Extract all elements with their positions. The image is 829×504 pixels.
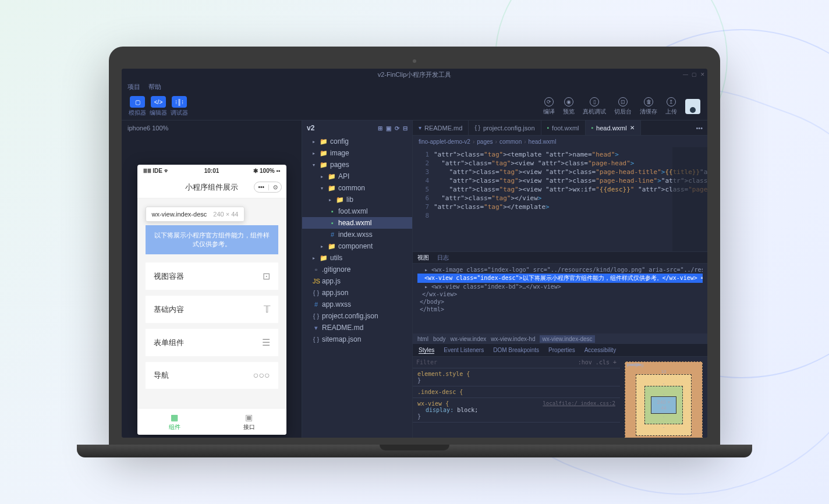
devtools-tab[interactable]: Styles (419, 347, 434, 354)
styles-panel[interactable]: Filter :hov .cls + element.style {}.inde… (413, 357, 620, 438)
file-node[interactable]: JSapp.js (302, 275, 412, 287)
devtools-tab[interactable]: Accessibility (584, 347, 616, 353)
editor-toggle[interactable]: </> (151, 96, 166, 108)
folder-node[interactable]: ▾📁common (302, 182, 412, 194)
tree-root-label[interactable]: v2 ⊞ ▣ ⟳ ⊟ (302, 120, 412, 136)
menu-item[interactable]: 视图容器⊡ (146, 262, 278, 290)
breadcrumb-segment[interactable]: pages (477, 139, 493, 145)
preview-button[interactable]: ◉预览 (563, 97, 575, 116)
file-node[interactable]: { }sitemap.json (302, 333, 412, 345)
editor-column: ▾README.md{ }project.config.json▪foot.wx… (413, 120, 707, 438)
style-rule[interactable]: wx-view {localfile:/_index.css:2display:… (413, 398, 620, 423)
upload-icon: ↥ (667, 97, 676, 107)
menu-item[interactable]: 表单组件☰ (146, 329, 278, 356)
filter-toggles[interactable]: :hov .cls + (578, 359, 617, 365)
devtools-tab[interactable]: Event Listeners (444, 347, 484, 353)
element-node[interactable]: ▸ <wx-view class="index-bd">…</wx-view> (417, 283, 703, 290)
file-node[interactable]: #index.wxss (302, 229, 412, 240)
folder-node[interactable]: ▸📁component (302, 240, 412, 252)
editor-tab[interactable]: ▪head.wxml✕ (586, 120, 641, 135)
minimize-button[interactable]: — (683, 72, 688, 77)
crumb-segment[interactable]: wx-view.index-desc (540, 335, 594, 343)
devtools-tab[interactable]: DOM Breakpoints (493, 347, 539, 353)
element-node[interactable]: </html> (417, 306, 703, 313)
device-label[interactable]: iphone6 100% (122, 120, 302, 136)
crumb-segment[interactable]: body (433, 336, 446, 342)
chevron-icon: ▸ (313, 151, 317, 156)
elements-tree[interactable]: ▸ <wx-image class="index-logo" src="../r… (413, 264, 707, 333)
file-node[interactable]: ▪head.wxml (302, 217, 412, 229)
crumb-segment[interactable]: wx-view.index-hd (491, 336, 535, 342)
ide-window: v2-FinClip小程序开发工具 — ▢ ✕ 项目 帮助 ▢模拟器 </>编辑… (122, 69, 707, 438)
toolbar: ▢模拟器 </>编辑器 ⁝║⁝调试器 ⟳编译 ◉预览 ▯真机调试 ⊡切后台 🗑清… (122, 93, 707, 120)
style-rule[interactable]: .index-desc {</span></div><div class="dt… (413, 386, 620, 398)
breadcrumb-segment[interactable]: fino-applet-demo-v2 (419, 139, 470, 145)
compile-icon: ⟳ (544, 97, 554, 107)
folder-node[interactable]: ▸📁utils (302, 252, 412, 264)
close-button[interactable]: ✕ (700, 72, 705, 77)
code-lines[interactable]: "attr">class="tag"><template "attr">name… (434, 147, 707, 251)
clear-cache-button[interactable]: 🗑清缓存 (640, 97, 657, 116)
window-title: v2-FinClip小程序开发工具 (378, 70, 452, 79)
editor-tab[interactable]: ▾README.md (413, 120, 469, 135)
debugger-label: 调试器 (171, 109, 188, 117)
switch-bg-button[interactable]: ⊡切后台 (614, 97, 632, 116)
grid-icon: ▦ (171, 413, 178, 422)
new-file-icon[interactable]: ⊞ (378, 125, 382, 132)
capsule-close[interactable]: ⊙ (273, 184, 278, 190)
tab-components[interactable]: ▦组件 (137, 409, 212, 435)
folder-node[interactable]: ▸📁image (302, 147, 412, 159)
element-node[interactable]: <wx-view class="index-desc">以下将展示小程序官方组件… (417, 274, 703, 283)
minimap[interactable] (672, 147, 707, 251)
folder-node[interactable]: ▾📁pages (302, 159, 412, 171)
breadcrumb-segment[interactable]: head.wxml (529, 139, 557, 145)
subtab-log[interactable]: 日志 (437, 254, 449, 262)
menu-item[interactable]: 导航○○○ (146, 362, 278, 389)
menubar: 项目 帮助 (122, 80, 707, 93)
folder-icon: 📁 (328, 173, 336, 180)
breadcrumb: fino-applet-demo-v2›pages›common›head.wx… (413, 136, 707, 147)
crumb-segment[interactable]: wx-view.index (451, 336, 487, 342)
debugger-toggle[interactable]: ⁝║⁝ (172, 96, 187, 108)
element-node[interactable]: </wx-view> (417, 290, 703, 298)
folder-node[interactable]: ▸📁API (302, 171, 412, 182)
devtools-tab[interactable]: Properties (548, 347, 575, 353)
refresh-icon[interactable]: ⟳ (395, 125, 399, 132)
element-node[interactable]: </body> (417, 298, 703, 306)
upload-button[interactable]: ↥上传 (665, 97, 677, 116)
close-icon[interactable]: ✕ (630, 125, 635, 131)
breadcrumb-segment[interactable]: common (499, 139, 522, 145)
capsule-more[interactable]: ••• (258, 184, 264, 190)
menu-project[interactable]: 项目 (127, 83, 140, 91)
file-node[interactable]: #app.wxss (302, 299, 412, 310)
menu-item[interactable]: 基础内容𝕋 (146, 296, 278, 323)
remote-debug-button[interactable]: ▯真机调试 (583, 97, 606, 116)
tab-api[interactable]: ▣接口 (212, 409, 286, 435)
file-node[interactable]: ▫.gitignore (302, 264, 412, 275)
menu-help[interactable]: 帮助 (148, 83, 161, 91)
filter-input[interactable]: Filter (416, 359, 437, 365)
file-node[interactable]: { }project.config.json (302, 310, 412, 322)
element-node[interactable]: ▸ <wx-image class="index-logo" src="../r… (417, 266, 703, 274)
editor-tab[interactable]: ▪foot.wxml (541, 120, 586, 135)
crumb-segment[interactable]: html (417, 336, 428, 342)
new-folder-icon[interactable]: ▣ (386, 125, 391, 132)
file-node[interactable]: { }app.json (302, 287, 412, 299)
file-node[interactable]: ▪foot.wxml (302, 205, 412, 217)
folder-node[interactable]: ▸📁lib (302, 194, 412, 205)
editor-tab[interactable]: { }project.config.json (469, 120, 541, 135)
style-rule[interactable]: element.style {} (413, 368, 620, 386)
phone-nav-bar: 小程序组件展示 ••• | ⊙ (137, 176, 286, 198)
subtab-view[interactable]: 视图 (417, 254, 429, 262)
maximize-button[interactable]: ▢ (692, 72, 697, 77)
user-avatar[interactable] (685, 99, 700, 114)
file-node[interactable]: ▾README.md (302, 322, 412, 333)
tabs-overflow[interactable]: ••• (691, 120, 707, 135)
capsule-menu: ••• | ⊙ (254, 182, 281, 193)
compile-button[interactable]: ⟳编译 (543, 97, 555, 116)
simulator-toggle[interactable]: ▢ (130, 96, 145, 108)
collapse-icon[interactable]: ⊟ (403, 125, 408, 132)
folder-node[interactable]: ▸📁config (302, 136, 412, 147)
code-editor[interactable]: 12345678 "attr">class="tag"><template "a… (413, 147, 707, 251)
devtools-panel: 视图 日志 ▸ <wx-image class="index-logo" src… (413, 251, 707, 438)
